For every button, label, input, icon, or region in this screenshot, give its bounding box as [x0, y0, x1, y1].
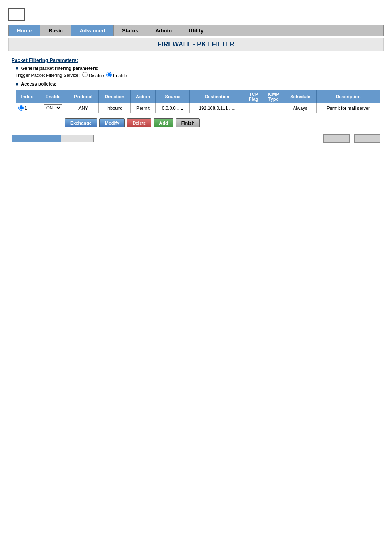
trigger-label: Trigger Packet Filtering Service: — [16, 73, 80, 78]
col-destination: Destination — [190, 90, 244, 103]
add-button[interactable]: Add — [154, 118, 173, 127]
progress-bar — [12, 135, 94, 142]
navbar: Home Basic Advanced Status Admin Utility — [8, 25, 384, 36]
cell-tcp-flag: -- — [244, 103, 263, 113]
access-label-row: ■ Access policies: — [16, 81, 380, 86]
general-label-text: General packet filtering parameters: — [21, 66, 99, 71]
page-title: FIREWALL - PKT FILTER — [8, 38, 384, 51]
finish-button[interactable]: Finish — [176, 118, 200, 127]
enable-radio[interactable] — [106, 72, 112, 77]
col-protocol: Protocol — [68, 90, 99, 103]
nav-utility[interactable]: Utility — [180, 25, 212, 36]
logo-area — [8, 8, 384, 22]
policy-table: Index Enable Protocol Direction Action S… — [16, 90, 380, 113]
nav-home[interactable]: Home — [9, 25, 40, 36]
disable-radio[interactable] — [82, 72, 88, 77]
col-source: Source — [155, 90, 190, 103]
col-direction: Direction — [99, 90, 131, 103]
col-action: Action — [131, 90, 155, 103]
col-tcp-flag: TCPFlag — [244, 90, 263, 103]
delete-button[interactable]: Delete — [127, 118, 151, 127]
bullet-access: ■ — [16, 81, 18, 86]
col-schedule: Schedule — [284, 90, 317, 103]
col-enable: Enable — [38, 90, 68, 103]
bottom-btn-2[interactable] — [354, 134, 380, 143]
cell-protocol: ANY — [68, 103, 99, 113]
section-title: Packet Filtering Parameters: — [12, 58, 380, 63]
disable-radio-label[interactable]: Disable — [82, 72, 104, 78]
cell-destination: 192.168.0.111 ..... — [190, 103, 244, 113]
access-section: ■ Access policies: Index Enable Protocol… — [16, 81, 380, 113]
col-index: Index — [16, 90, 38, 103]
buttons-row: Exchange Modify Delete Add Finish — [65, 118, 380, 127]
general-section: ■ General packet filtering parameters: T… — [16, 66, 380, 78]
cell-icmp-type: ----- — [263, 103, 284, 113]
progress-bar-fill — [12, 135, 61, 142]
enable-radio-label[interactable]: Enable — [106, 72, 127, 78]
cell-enable[interactable]: ON OFF — [38, 103, 68, 113]
policy-table-wrapper: Index Enable Protocol Direction Action S… — [16, 88, 380, 113]
col-icmp-type: ICMPType — [263, 90, 284, 103]
main-container: Home Basic Advanced Status Admin Utility… — [0, 0, 392, 555]
row-select-radio[interactable] — [18, 105, 24, 111]
nav-advanced[interactable]: Advanced — [71, 25, 114, 36]
bottom-buttons — [323, 134, 380, 143]
logo-box — [8, 8, 25, 21]
cell-source: 0.0.0.0 ..... — [155, 103, 190, 113]
trigger-row: Trigger Packet Filtering Service: Disabl… — [16, 72, 380, 78]
disable-label: Disable — [89, 73, 104, 78]
modify-button[interactable]: Modify — [99, 118, 125, 127]
cell-radio[interactable]: 1 — [16, 103, 38, 113]
nav-basic[interactable]: Basic — [40, 25, 71, 36]
table-row: 1 ON OFF ANY Inbound Permi — [16, 103, 380, 113]
cell-action: Permit — [131, 103, 155, 113]
enable-select[interactable]: ON OFF — [44, 104, 62, 111]
bottom-area — [12, 134, 380, 143]
content-area: Packet Filtering Parameters: ■ General p… — [8, 56, 384, 145]
bottom-btn-1[interactable] — [323, 134, 350, 143]
cell-direction: Inbound — [99, 103, 131, 113]
exchange-button[interactable]: Exchange — [65, 118, 97, 127]
cell-description: Permit for mail server — [317, 103, 380, 113]
access-label-text: Access policies: — [21, 81, 56, 86]
nav-status[interactable]: Status — [114, 25, 147, 36]
cell-index: 1 — [25, 106, 27, 111]
cell-schedule: Always — [284, 103, 317, 113]
col-description: Description — [317, 90, 380, 103]
nav-admin[interactable]: Admin — [147, 25, 180, 36]
enable-label: Enable — [113, 73, 127, 78]
general-label: ■ General packet filtering parameters: — [16, 66, 380, 71]
bullet-general: ■ — [16, 66, 18, 71]
